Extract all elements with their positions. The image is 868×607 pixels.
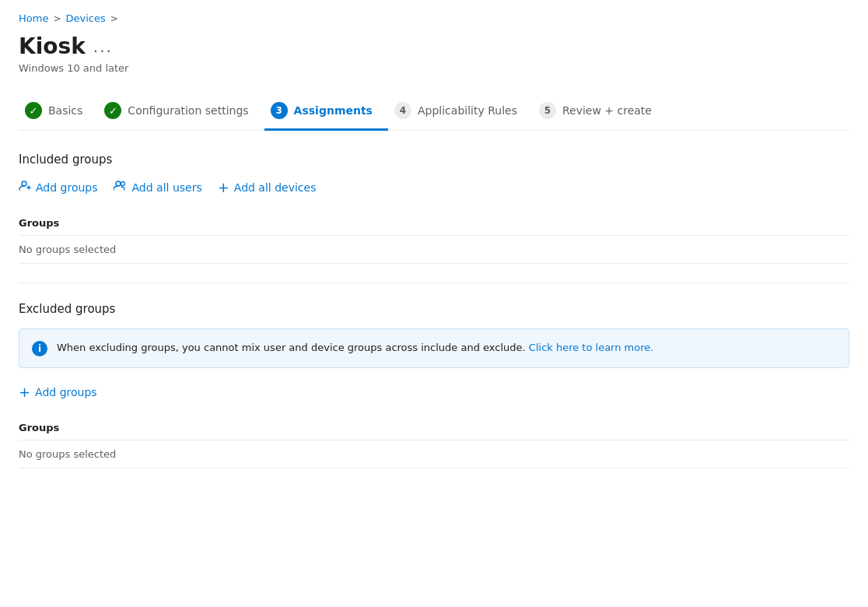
tab-applicability-label: Applicability Rules bbox=[418, 104, 517, 117]
breadcrumb-devices[interactable]: Devices bbox=[65, 12, 105, 24]
page-subtitle: Windows 10 and later bbox=[19, 62, 849, 74]
add-excluded-groups-icon: + bbox=[19, 384, 30, 400]
breadcrumb-home[interactable]: Home bbox=[19, 12, 48, 24]
info-banner: i When excluding groups, you cannot mix … bbox=[19, 328, 849, 368]
included-groups-section: Included groups Add groups bbox=[19, 153, 849, 264]
excluded-groups-table: Groups No groups selected bbox=[19, 416, 849, 468]
add-groups-icon bbox=[19, 180, 31, 195]
add-all-devices-label: Add all devices bbox=[234, 181, 317, 194]
tab-configuration-label: Configuration settings bbox=[128, 104, 248, 117]
add-all-devices-icon: + bbox=[218, 179, 229, 195]
svg-point-0 bbox=[22, 181, 26, 186]
tab-review[interactable]: 5 Review + create bbox=[533, 93, 667, 131]
more-options-button[interactable]: ... bbox=[93, 37, 113, 56]
svg-point-4 bbox=[121, 181, 124, 185]
breadcrumb-sep2: > bbox=[110, 13, 118, 24]
tab-review-num: 5 bbox=[539, 102, 556, 119]
included-groups-table: Groups No groups selected bbox=[19, 211, 849, 264]
tab-basics-check: ✓ bbox=[25, 102, 42, 119]
breadcrumb: Home > Devices > bbox=[19, 12, 849, 24]
table-row: No groups selected bbox=[19, 440, 849, 468]
svg-point-3 bbox=[116, 181, 121, 186]
included-groups-col-header: Groups bbox=[19, 211, 849, 236]
tab-basics[interactable]: ✓ Basics bbox=[19, 93, 98, 131]
add-excluded-groups-button[interactable]: + Add groups bbox=[19, 384, 97, 400]
tab-assignments-label: Assignments bbox=[294, 104, 373, 117]
excluded-groups-actions: + Add groups bbox=[19, 384, 849, 400]
wizard-tabs: ✓ Basics ✓ Configuration settings 3 Assi… bbox=[19, 93, 849, 131]
add-all-users-icon bbox=[114, 180, 128, 195]
add-all-users-button[interactable]: Add all users bbox=[114, 180, 202, 195]
info-banner-text: When excluding groups, you cannot mix us… bbox=[57, 340, 653, 356]
add-groups-label: Add groups bbox=[36, 181, 98, 194]
included-groups-empty: No groups selected bbox=[19, 236, 849, 264]
info-banner-link[interactable]: Click here to learn more. bbox=[529, 342, 654, 353]
excluded-groups-col-header: Groups bbox=[19, 416, 849, 440]
info-icon: i bbox=[32, 341, 47, 356]
add-all-users-label: Add all users bbox=[132, 181, 202, 194]
tab-basics-label: Basics bbox=[48, 104, 82, 117]
excluded-groups-section: Excluded groups i When excluding groups,… bbox=[19, 302, 849, 468]
tab-configuration[interactable]: ✓ Configuration settings bbox=[98, 93, 264, 131]
add-excluded-groups-label: Add groups bbox=[35, 386, 97, 398]
add-all-devices-button[interactable]: + Add all devices bbox=[218, 179, 317, 195]
table-row: No groups selected bbox=[19, 236, 849, 264]
excluded-groups-empty: No groups selected bbox=[19, 440, 849, 468]
add-groups-button[interactable]: Add groups bbox=[19, 180, 98, 195]
excluded-groups-title: Excluded groups bbox=[19, 302, 849, 316]
section-divider bbox=[19, 282, 849, 283]
page-title: Kiosk bbox=[19, 33, 86, 59]
included-groups-title: Included groups bbox=[19, 153, 849, 167]
tab-review-label: Review + create bbox=[562, 104, 652, 117]
included-groups-actions: Add groups Add all users + Add all devic… bbox=[19, 179, 849, 195]
breadcrumb-sep1: > bbox=[53, 13, 61, 24]
tab-applicability[interactable]: 4 Applicability Rules bbox=[388, 93, 533, 131]
tab-assignments[interactable]: 3 Assignments bbox=[264, 93, 388, 131]
tab-configuration-check: ✓ bbox=[104, 102, 121, 119]
tab-applicability-num: 4 bbox=[394, 102, 411, 119]
page-title-row: Kiosk ... bbox=[19, 33, 849, 59]
tab-assignments-num: 3 bbox=[271, 102, 288, 119]
